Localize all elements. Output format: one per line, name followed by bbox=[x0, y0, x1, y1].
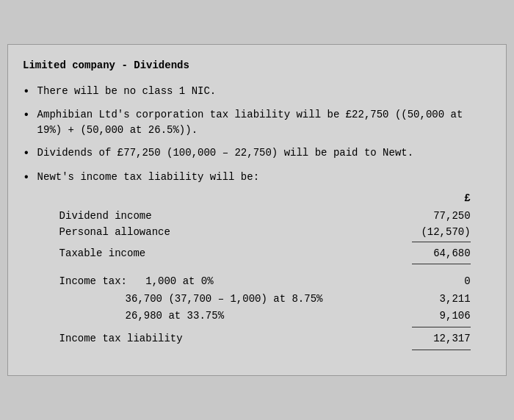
it-label-2: 36,700 (37,700 – 1,000) at 8.75% bbox=[59, 291, 412, 308]
it-amount-1: 0 bbox=[412, 273, 471, 291]
table-row-dividend: Dividend income 77,250 bbox=[59, 208, 471, 224]
it-amount-2: 3,211 bbox=[412, 291, 471, 308]
taxable-amount: 64,680 bbox=[412, 245, 471, 261]
bullet-text-2: Amphibian Ltd's corporation tax liabilit… bbox=[37, 107, 491, 138]
it-liability-amount: 12,317 bbox=[412, 330, 471, 348]
bullet-icon-1: • bbox=[23, 84, 30, 100]
it-label-3: 26,980 at 33.75% bbox=[59, 308, 412, 325]
bullet-icon-2: • bbox=[23, 107, 30, 123]
it-row-2: 36,700 (37,700 – 1,000) at 8.75% 3,211 bbox=[59, 291, 471, 308]
it-row-1: Income tax: 1,000 at 0% 0 bbox=[59, 273, 471, 291]
bullet-3: • Dividends of £77,250 (100,000 – 22,750… bbox=[23, 145, 491, 162]
income-table: £ Dividend income 77,250 Personal allowa… bbox=[59, 191, 471, 264]
underline-4 bbox=[59, 350, 471, 350]
bullet-icon-3: • bbox=[23, 145, 30, 162]
taxable-label: Taxable income bbox=[59, 245, 412, 261]
allowance-amount: (12,570) bbox=[412, 224, 471, 240]
table-header-row: £ bbox=[59, 191, 471, 206]
underline-2 bbox=[59, 264, 471, 264]
table-row-taxable: Taxable income 64,680 bbox=[59, 245, 471, 261]
bullet-text-1: There will be no class 1 NIC. bbox=[37, 84, 491, 99]
bullet-icon-4: • bbox=[23, 170, 30, 186]
underline-1 bbox=[59, 242, 471, 242]
it-liability-label: Income tax liability bbox=[59, 330, 412, 348]
it-desc-3: 26,980 at 33.75% bbox=[126, 310, 224, 322]
it-amount-3: 9,106 bbox=[412, 308, 471, 325]
bullet-text-3: Dividends of £77,250 (100,000 – 22,750) … bbox=[37, 145, 491, 161]
dividend-label: Dividend income bbox=[59, 208, 412, 224]
it-row-3: 26,980 at 33.75% 9,106 bbox=[59, 308, 471, 325]
allowance-label: Personal allowance bbox=[59, 224, 412, 240]
main-card: Limited company - Dividends • There will… bbox=[7, 44, 507, 376]
dividend-amount: 77,250 bbox=[412, 208, 471, 224]
underline-3 bbox=[59, 327, 471, 327]
it-main-label: Income tax: bbox=[59, 275, 127, 287]
it-label-1: Income tax: 1,000 at 0% bbox=[59, 273, 412, 291]
col-header-pounds: £ bbox=[412, 191, 471, 206]
underline-bar-3 bbox=[412, 327, 471, 327]
income-tax-section: Income tax: 1,000 at 0% 0 36,700 (37,700… bbox=[59, 273, 471, 350]
bullet-text-4: Newt's income tax liability will be: bbox=[37, 171, 259, 183]
bullet-4: • Newt's income tax liability will be: £… bbox=[23, 170, 491, 353]
underline-bar-1 bbox=[412, 242, 471, 242]
bullet-1: • There will be no class 1 NIC. bbox=[23, 84, 491, 100]
it-liability-row: Income tax liability 12,317 bbox=[59, 330, 471, 348]
it-desc-2: 36,700 (37,700 – 1,000) at 8.75% bbox=[126, 293, 323, 305]
underline-bar-4 bbox=[412, 350, 471, 350]
bullet-2: • Amphibian Ltd's corporation tax liabil… bbox=[23, 107, 491, 138]
table-row-allowance: Personal allowance (12,570) bbox=[59, 224, 471, 240]
page-title: Limited company - Dividends bbox=[23, 58, 491, 73]
it-desc-1: 1,000 at 0% bbox=[145, 275, 213, 287]
underline-bar-2 bbox=[412, 264, 471, 264]
